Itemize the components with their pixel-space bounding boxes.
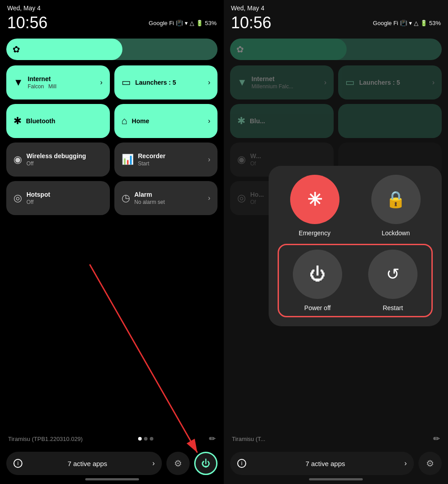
left-edit-icon[interactable]: ✏: [209, 434, 216, 444]
svg-line-1: [90, 264, 197, 453]
vibrate-icon: 📳: [176, 20, 183, 26]
right-tile-launchers[interactable]: ▭ Launchers : 5 ›: [338, 65, 442, 99]
wifi-icon: ▼: [13, 77, 23, 88]
tile-bluetooth-title: Bluetooth: [26, 117, 103, 125]
tile-bluetooth[interactable]: ✱ Bluetooth: [6, 104, 110, 138]
right-brightness-fill: [230, 39, 347, 60]
right-tile-internet[interactable]: ▼ Internet Millennium Falc... ›: [230, 65, 334, 99]
right-status-bar: Wed, May 4 10:56 Google Fi 📳 ▾ △ 🔋 53%: [224, 0, 448, 34]
left-version-text: Tiramisu (TPB1.220310.029): [8, 436, 83, 442]
tile-alarm-subtitle: No alarm set: [135, 199, 204, 205]
recorder-arrow: ›: [208, 156, 210, 164]
tile-wireless-debug-subtitle: Off: [26, 160, 103, 167]
right-tile-launchers-text: Launchers : 5: [359, 79, 428, 86]
right-internet-arrow: ›: [324, 78, 326, 86]
right-wifi-icon: ▾: [409, 20, 412, 26]
right-tile-launchers-title: Launchers : 5: [359, 79, 428, 86]
restart-label: Restart: [383, 304, 403, 311]
bluetooth-icon: ✱: [13, 115, 22, 127]
right-status-icons: Google Fi 📳 ▾ △ 🔋 53%: [373, 20, 441, 26]
right-brightness-bar[interactable]: ✿: [230, 39, 442, 60]
dot-2: [144, 437, 148, 441]
tile-launchers-title: Launchers : 5: [135, 79, 204, 86]
tile-internet-subtitle: Falcon Mill: [28, 83, 96, 90]
right-wireless-debug-icon: ◉: [237, 154, 246, 165]
tile-hotspot[interactable]: ◎ Hotspot Off: [6, 181, 110, 215]
right-tile-wireless-debug-text: W... Of: [250, 152, 326, 167]
left-tiles-grid: ▼ Internet Falcon Mill › ▭ Launchers : 5…: [0, 65, 224, 215]
right-settings-icon: ⚙: [426, 458, 434, 469]
left-brightness-bar[interactable]: ✿: [6, 39, 217, 60]
right-active-apps-chevron-icon: ›: [405, 459, 407, 467]
right-edit-icon[interactable]: ✏: [433, 434, 440, 444]
tile-home[interactable]: ⌂ Home ›: [114, 104, 218, 138]
left-active-apps-button[interactable]: i 7 active apps ›: [6, 452, 162, 475]
restart-circle[interactable]: ↺: [368, 250, 418, 299]
left-brightness-fill: [6, 39, 122, 60]
emergency-menu-item[interactable]: ✳ Emergency: [278, 175, 352, 237]
tile-recorder-subtitle: Start: [138, 160, 204, 167]
tile-home-title: Home: [132, 117, 204, 125]
tile-alarm[interactable]: ◷ Alarm No alarm set ›: [114, 181, 218, 215]
lockdown-menu-item[interactable]: 🔒 Lockdown: [359, 175, 433, 237]
wifi-icon: ▾: [185, 20, 188, 26]
lockdown-label: Lockdown: [382, 229, 410, 237]
left-active-apps-text: 7 active apps: [27, 460, 148, 467]
tile-launchers[interactable]: ▭ Launchers : 5 ›: [114, 65, 218, 99]
power-restart-highlight: ⏻ Power off ↺ Restart: [278, 244, 433, 317]
right-settings-button[interactable]: ⚙: [418, 452, 442, 475]
restart-menu-item[interactable]: ↺ Restart: [359, 250, 427, 311]
right-signal-icon: △: [414, 20, 418, 26]
right-active-apps-text: 7 active apps: [251, 460, 400, 467]
restart-icon: ↺: [386, 265, 400, 284]
power-icon: ⏻: [201, 458, 210, 469]
left-settings-button[interactable]: ⚙: [166, 452, 190, 475]
battery-pct: 53%: [205, 20, 217, 26]
right-time: 10:56: [231, 13, 271, 32]
brightness-icon: ✿: [13, 44, 20, 55]
power-off-circle[interactable]: ⏻: [293, 250, 342, 299]
right-version-text: Tiramisu (T...: [232, 436, 265, 442]
right-panel: Wed, May 4 10:56 Google Fi 📳 ▾ △ 🔋 53% ✿…: [224, 0, 448, 484]
hotspot-icon: ◎: [13, 192, 22, 204]
power-off-label: Power off: [304, 304, 331, 311]
tile-wireless-debug-text: Wireless debugging Off: [26, 152, 103, 167]
power-off-menu-item[interactable]: ⏻ Power off: [283, 250, 352, 311]
right-tile-internet-title: Internet: [252, 75, 320, 83]
tile-home-text: Home: [132, 117, 204, 125]
right-vibrate-icon: 📳: [400, 20, 407, 26]
right-active-apps-button[interactable]: i 7 active apps ›: [230, 452, 414, 475]
tile-wireless-debug[interactable]: ◉ Wireless debugging Off: [6, 143, 110, 177]
tile-hotspot-text: Hotspot Off: [26, 191, 103, 206]
right-tile-bluetooth[interactable]: ✱ Blu...: [230, 104, 334, 138]
right-monitor-icon: ▭: [345, 77, 355, 88]
tile-recorder-text: Recorder Start: [138, 152, 204, 167]
dot-1: [138, 437, 142, 441]
right-home-indicator: [309, 478, 363, 480]
lockdown-circle[interactable]: 🔒: [371, 175, 421, 224]
left-power-button[interactable]: ⏻: [194, 452, 217, 475]
signal-icon: △: [190, 20, 194, 26]
right-tile-bluetooth-title: Blu...: [250, 117, 326, 125]
right-active-apps-info-icon: i: [237, 459, 246, 468]
recorder-icon: 📊: [122, 154, 134, 165]
power-off-icon: ⏻: [309, 265, 326, 284]
emergency-circle[interactable]: ✳: [290, 175, 339, 224]
internet-arrow: ›: [100, 78, 102, 86]
dot-3: [150, 437, 153, 441]
tile-recorder[interactable]: 📊 Recorder Start ›: [114, 143, 218, 177]
tile-internet[interactable]: ▼ Internet Falcon Mill ›: [6, 65, 110, 99]
tile-bluetooth-text: Bluetooth: [26, 117, 103, 125]
left-date: Wed, May 4: [7, 4, 217, 12]
right-version-bar: Tiramisu (T... ✏: [224, 434, 448, 444]
right-tile-internet-text: Internet Millennium Falc...: [252, 75, 320, 90]
tile-alarm-title: Alarm: [135, 191, 204, 199]
alarm-arrow: ›: [208, 194, 210, 202]
tile-internet-text: Internet Falcon Mill: [28, 75, 96, 90]
power-menu: ✳ Emergency 🔒 Lockdown ⏻ Power off: [269, 166, 442, 326]
tile-launchers-text: Launchers : 5: [135, 79, 204, 86]
right-tile-internet-subtitle: Millennium Falc...: [252, 83, 320, 90]
right-carrier-label: Google Fi: [373, 20, 398, 26]
right-bluetooth-icon: ✱: [237, 115, 245, 127]
right-launchers-arrow: ›: [432, 78, 435, 86]
